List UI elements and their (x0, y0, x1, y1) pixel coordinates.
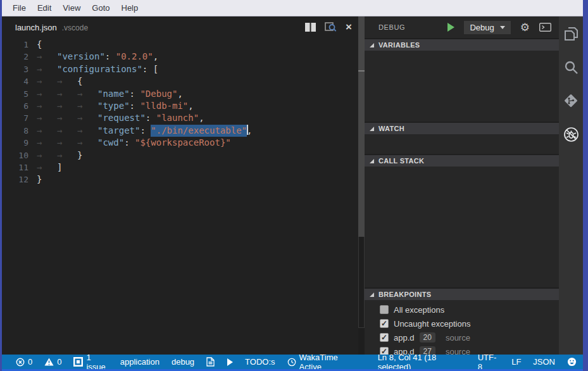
tab-whitespace-arrow: → (57, 112, 77, 124)
breakpoint-label: Uncaught exceptions (394, 319, 470, 329)
line-number: 3 (2, 63, 37, 75)
status-item[interactable]: application (120, 357, 160, 367)
code-token: , (177, 88, 182, 100)
line-number-badge: 20 (420, 332, 435, 343)
activity-git-icon[interactable] (562, 92, 580, 110)
tab-whitespace-arrow: → (57, 75, 77, 87)
line-number: 12 (2, 173, 37, 186)
code-token: "version" (57, 51, 105, 63)
status-item[interactable]: Ln 8, Col 41 (18 selected) (378, 353, 466, 371)
tab-whitespace-arrow: → (37, 112, 57, 124)
expand-triangle-icon (370, 159, 374, 163)
section-watch[interactable]: WATCH (365, 122, 559, 134)
expand-triangle-icon (370, 43, 374, 47)
breakpoint-row[interactable]: All exceptions (365, 303, 559, 317)
tab-whitespace-arrow: → (37, 137, 57, 149)
start-debug-button[interactable] (447, 23, 454, 32)
status-item-warning[interactable]: 0 (44, 357, 61, 367)
status-bar: 001 issueapplicationdebugTODO:sWakaTime … (2, 355, 583, 369)
main-area: launch.json .vscode × 1{2→"version": "0.… (2, 16, 583, 355)
debug-config-dropdown[interactable]: Debug (464, 21, 510, 34)
panel-title: DEBUG (378, 23, 438, 31)
open-preview-icon[interactable] (325, 22, 337, 32)
tab-whitespace-arrow: → (37, 51, 57, 63)
code-line: 1{ (2, 39, 358, 51)
status-item[interactable]: UTF-8 (478, 353, 499, 371)
code-token: , (199, 112, 204, 124)
breakpoint-checkbox[interactable]: ✓ (380, 319, 389, 328)
code-editor[interactable]: 1{2→"version": "0.2.0",3→"configurations… (2, 38, 358, 355)
menu-help[interactable]: Help (116, 3, 144, 13)
code-token: "lldb-mi" (140, 100, 188, 112)
tab-whitespace-arrow: → (37, 88, 57, 100)
code-token: { (37, 39, 42, 51)
gear-icon[interactable]: ⚙ (520, 22, 530, 33)
status-item-smiley[interactable] (567, 357, 577, 367)
app-window: FileEditViewGotoHelp launch.json .vscode… (0, 0, 588, 371)
tab-whitespace-arrow: → (77, 137, 97, 149)
activity-files-icon[interactable] (562, 25, 580, 42)
code-token: } (37, 173, 42, 186)
status-item-error[interactable]: 0 (16, 357, 32, 367)
status-item[interactable]: TODO:s (245, 357, 275, 367)
tab-whitespace-arrow: → (57, 149, 77, 161)
menu-file[interactable]: File (7, 3, 32, 13)
code-token: "launch" (156, 112, 199, 124)
tab-whitespace-arrow: → (37, 161, 57, 173)
code-token: , (188, 100, 193, 112)
status-label: 0 (57, 357, 61, 367)
code-token: , (247, 125, 252, 137)
menu-edit[interactable]: Edit (32, 3, 57, 13)
activity-debug-icon[interactable] (562, 125, 580, 143)
line-number: 7 (2, 112, 37, 124)
section-variables[interactable]: VARIABLES (365, 38, 559, 51)
status-item[interactable]: LF (511, 357, 521, 367)
line-number: 5 (2, 88, 37, 100)
console-icon[interactable] (539, 23, 551, 32)
scrollbar-thumb[interactable] (358, 16, 365, 237)
code-token: "Debug" (140, 88, 177, 100)
breakpoint-row[interactable]: ✓Uncaught exceptions (365, 317, 559, 330)
code-token: "${workspaceRoot}" (135, 137, 231, 149)
code-token: : (140, 125, 151, 137)
smiley-icon (567, 357, 577, 367)
status-item-clock[interactable]: WakaTime Active (287, 353, 354, 371)
status-label: LF (511, 357, 521, 367)
status-item-issues[interactable]: 1 issue (73, 353, 108, 371)
status-item[interactable]: debug (172, 357, 194, 367)
breakpoint-row[interactable]: ✓app.d20source (365, 330, 559, 344)
editor-scrollbar[interactable] (358, 16, 365, 355)
code-token: "configurations" (57, 63, 142, 75)
status-label: application (120, 357, 160, 367)
breakpoint-checkbox[interactable] (380, 305, 389, 314)
breakpoint-source-label: source (446, 333, 470, 343)
debug-sidebar: DEBUG Debug ⚙ VARIABLES WATCH (365, 16, 559, 355)
debug-config-label: Debug (470, 23, 494, 32)
warning-icon (44, 358, 54, 366)
code-line: 6→→→"type": "lldb-mi", (2, 100, 358, 112)
menu-goto[interactable]: Goto (86, 3, 115, 13)
tab-whitespace-arrow: → (57, 100, 77, 112)
close-icon[interactable]: × (346, 23, 352, 32)
status-item-file[interactable] (206, 357, 215, 367)
expand-triangle-icon (370, 127, 374, 131)
code-token: : (130, 100, 141, 112)
tab-folder: .vscode (62, 23, 88, 32)
debug-panel-header: DEBUG Debug ⚙ (365, 16, 559, 38)
section-breakpoints[interactable]: BREAKPOINTS (365, 287, 559, 300)
breakpoint-label: All exceptions (394, 305, 444, 315)
split-editor-icon[interactable] (305, 23, 316, 32)
status-item[interactable]: JSON (533, 357, 555, 367)
code-line: 4→→{ (2, 75, 358, 87)
breakpoint-checkbox[interactable]: ✓ (380, 333, 389, 342)
activity-search-icon[interactable] (562, 58, 580, 76)
files-icon (563, 25, 580, 42)
section-call-stack[interactable]: CALL STACK (365, 154, 559, 167)
status-item-play[interactable] (227, 358, 233, 366)
tab-whitespace-arrow: → (57, 88, 77, 100)
menu-view[interactable]: View (57, 3, 86, 13)
line-number: 1 (2, 39, 37, 51)
code-token: { (77, 75, 82, 87)
tab-launch-json[interactable]: launch.json .vscode (15, 23, 88, 32)
code-token: "0.2.0" (116, 51, 153, 63)
